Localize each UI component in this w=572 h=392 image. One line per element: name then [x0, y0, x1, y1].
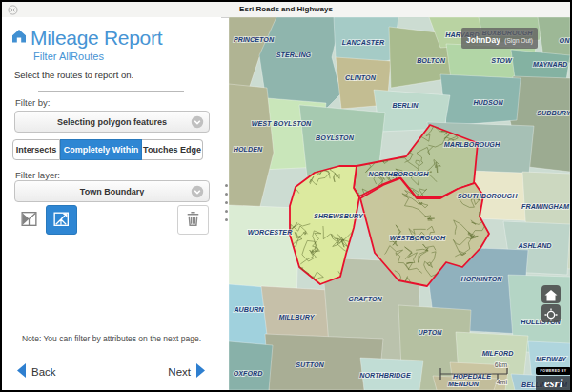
- draw-polygon-button[interactable]: [46, 205, 77, 235]
- esri-logo: esri: [536, 376, 570, 390]
- note-text: Note: You can filter by attributes on th…: [2, 334, 221, 343]
- segment-touches-edge[interactable]: Touches Edge: [142, 139, 203, 160]
- town-label: STOW: [491, 56, 513, 65]
- locate-icon: [541, 308, 561, 321]
- town-label: PRINCETON: [234, 35, 275, 44]
- wizard-nav: Back Next: [2, 359, 221, 383]
- map-locate-button[interactable]: [541, 304, 561, 322]
- town-label: STERLING: [276, 51, 312, 59]
- town-label: WEST BOYLSTON: [252, 119, 312, 128]
- select-polygon-icon: [19, 217, 39, 232]
- town-label: ASHLAND: [517, 241, 551, 250]
- filter-method-value: Selecting polygon features: [15, 117, 209, 127]
- segment-intersects[interactable]: Intersects: [12, 139, 60, 160]
- town-label: UPTON: [418, 328, 442, 337]
- trash-icon: [183, 217, 203, 232]
- town-label: GRAFTON: [348, 295, 382, 303]
- username: JohnDay: [466, 35, 500, 45]
- town-label: HOLDEN: [234, 145, 263, 154]
- next-label: Next: [168, 366, 191, 378]
- map-home-icon: [541, 290, 561, 301]
- divider: [38, 91, 184, 92]
- town-map-svg: PRINCETONSTERLINGLANCASTERCLINTONBOLTONH…: [229, 17, 570, 390]
- powered-by-label: POWERED BY: [536, 367, 570, 375]
- town-label: MAYNARD: [533, 60, 567, 69]
- back-label: Back: [31, 366, 56, 378]
- back-chevron-icon: [16, 363, 27, 380]
- town-label: BOYLSTON: [316, 134, 355, 142]
- town-label: FRAMINGHAM: [521, 202, 570, 211]
- draw-polygon-icon: [51, 217, 72, 232]
- filter-mode-segmented-control: Intersects Completely Within Touches Edg…: [12, 139, 203, 160]
- town-label: MILLBURY: [278, 313, 315, 321]
- town-label: CLINTON: [345, 73, 377, 82]
- page-description: Select the routes to report on.: [14, 70, 133, 80]
- user-badge[interactable]: JohnDay (Sign Out): [461, 28, 538, 49]
- filter-by-label: Filter by:: [15, 97, 50, 108]
- sign-out-link[interactable]: (Sign Out): [504, 37, 533, 44]
- filter-method-dropdown[interactable]: Selecting polygon features: [14, 111, 210, 133]
- town-label: SOUTHBOROUGH: [458, 192, 519, 200]
- svg-text:6km: 6km: [495, 361, 507, 368]
- town-label: HOPKINTON: [461, 275, 503, 283]
- app-window: Esri Roads and Highways Mileage Report F…: [0, 0, 572, 392]
- town-label: SUDBURY: [537, 109, 570, 117]
- filter-layer-label: Filter layer:: [15, 170, 60, 180]
- town-label: SHREWSBURY: [314, 212, 364, 220]
- town-label: OXFORD: [234, 369, 263, 378]
- town-label: BERLIN: [393, 101, 419, 110]
- town-label: MEDWAY: [536, 355, 567, 363]
- scale-bar: 6km 4mi: [437, 359, 511, 389]
- select-by-polygon-button[interactable]: [13, 205, 45, 235]
- town-label: MILFORD: [482, 349, 514, 358]
- back-button[interactable]: Back: [10, 362, 62, 381]
- town-label: ON: [560, 36, 570, 45]
- next-button[interactable]: Next: [162, 362, 212, 381]
- clear-selection-button[interactable]: [177, 205, 209, 235]
- esri-attribution[interactable]: POWERED BY esri: [536, 367, 570, 390]
- map[interactable]: PRINCETONSTERLINGLANCASTERCLINTONBOLTONH…: [229, 17, 570, 390]
- town-label: NORTHBOROUGH: [369, 170, 430, 178]
- home-icon: [10, 28, 28, 49]
- mileage-report-panel: Mileage Report Filter AllRoutes Select t…: [2, 17, 221, 390]
- svg-text:4mi: 4mi: [497, 379, 508, 385]
- town-label: LANCASTER: [342, 38, 385, 47]
- town-label: HUDSON: [473, 98, 503, 107]
- filter-layer-value: Town Boundary: [15, 187, 209, 196]
- town-label: NORTHBRIDGE: [359, 371, 411, 380]
- app-title: Esri Roads and Highways: [2, 5, 570, 13]
- window-titlebar: Esri Roads and Highways: [2, 2, 570, 18]
- town-label: SUTTON: [296, 361, 324, 369]
- segment-completely-within[interactable]: Completely Within: [60, 139, 142, 160]
- page-subtitle: Filter AllRoutes: [33, 51, 104, 62]
- town-label: AUBURN: [233, 305, 264, 314]
- town-label: WESTBOROUGH: [390, 234, 446, 242]
- town-label: MARLBOROUGH: [444, 140, 500, 149]
- town-label: BOLTON: [417, 56, 445, 65]
- next-chevron-icon: [195, 363, 206, 380]
- map-home-button[interactable]: [541, 285, 561, 303]
- page-title: Mileage Report: [31, 27, 162, 50]
- town-label: WORCESTER: [248, 228, 294, 237]
- filter-layer-dropdown[interactable]: Town Boundary: [14, 180, 210, 202]
